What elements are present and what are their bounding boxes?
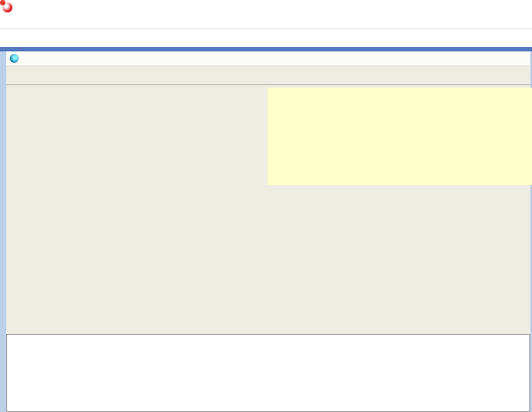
orders-table <box>6 334 530 412</box>
classification-form <box>6 94 268 168</box>
orders-tab-bar <box>6 304 530 319</box>
orders-toolbar <box>6 319 530 334</box>
window-titlebar <box>0 0 532 14</box>
employee-window-icon <box>10 54 19 63</box>
main-tab-bar <box>6 67 530 85</box>
annotation-note <box>268 88 532 185</box>
menubar <box>0 14 532 29</box>
letter-toolbar <box>0 29 532 47</box>
employee-window-header <box>6 51 530 66</box>
